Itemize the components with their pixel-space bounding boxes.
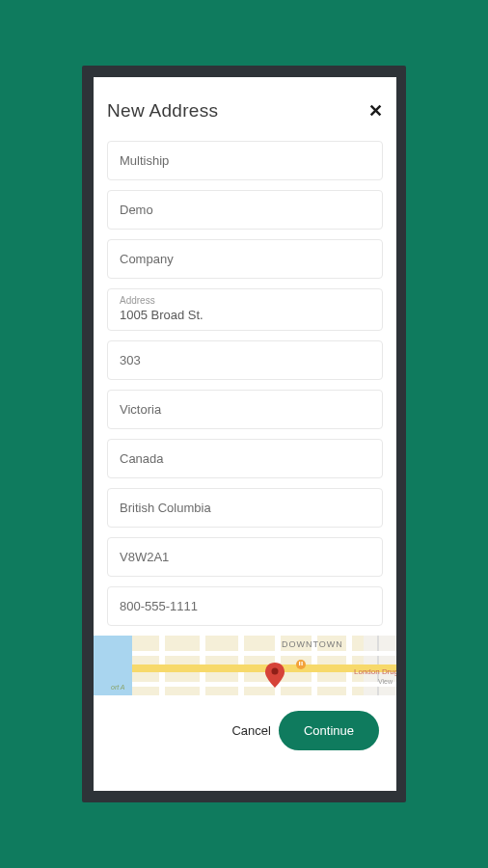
phone-input[interactable] (120, 599, 370, 613)
svg-rect-15 (302, 662, 303, 665)
modal-header: New Address ✕ (107, 100, 383, 122)
postal-field[interactable] (107, 537, 383, 577)
last-name-input[interactable] (120, 203, 370, 217)
company-field[interactable] (107, 239, 383, 279)
modal-body: New Address ✕ Address 1005 Broad St. (94, 77, 396, 636)
close-icon: ✕ (368, 101, 383, 121)
last-name-field[interactable] (107, 190, 383, 230)
company-input[interactable] (120, 252, 370, 266)
map-preview[interactable]: DOWNTOWN London Drugs View ort A (94, 636, 396, 695)
continue-button[interactable]: Continue (279, 711, 379, 750)
modal-title: New Address (107, 100, 218, 122)
address2-input[interactable] (120, 353, 370, 367)
map-poi-view: View (378, 678, 393, 685)
city-field[interactable] (107, 390, 383, 429)
phone-field[interactable] (107, 586, 383, 626)
map-poi-london: London Drugs (354, 667, 396, 676)
postal-input[interactable] (120, 550, 370, 564)
address2-field[interactable] (107, 340, 383, 380)
cancel-button[interactable]: Cancel (230, 714, 272, 747)
modal-screen: New Address ✕ Address 1005 Broad St. (94, 77, 396, 791)
close-button[interactable]: ✕ (368, 102, 383, 120)
map-port-label: ort A (111, 684, 125, 691)
first-name-field[interactable] (107, 141, 383, 180)
map-area-label: DOWNTOWN (282, 639, 343, 649)
address-label: Address (120, 295, 370, 306)
svg-point-16 (272, 668, 279, 675)
city-input[interactable] (120, 402, 370, 417)
map-svg: DOWNTOWN London Drugs View ort A (94, 636, 396, 695)
country-input[interactable] (120, 451, 370, 466)
first-name-input[interactable] (120, 153, 370, 168)
province-input[interactable] (120, 501, 370, 515)
address-field[interactable]: Address 1005 Broad St. (107, 288, 383, 331)
svg-rect-14 (299, 662, 300, 665)
address-value: 1005 Broad St. (120, 308, 203, 322)
poi-icon (296, 660, 306, 669)
modal-footer: Cancel Continue (94, 695, 396, 762)
phone-frame: New Address ✕ Address 1005 Broad St. (82, 66, 406, 802)
country-field[interactable] (107, 439, 383, 478)
svg-rect-12 (132, 682, 396, 687)
svg-rect-11 (132, 651, 396, 656)
province-field[interactable] (107, 488, 383, 528)
